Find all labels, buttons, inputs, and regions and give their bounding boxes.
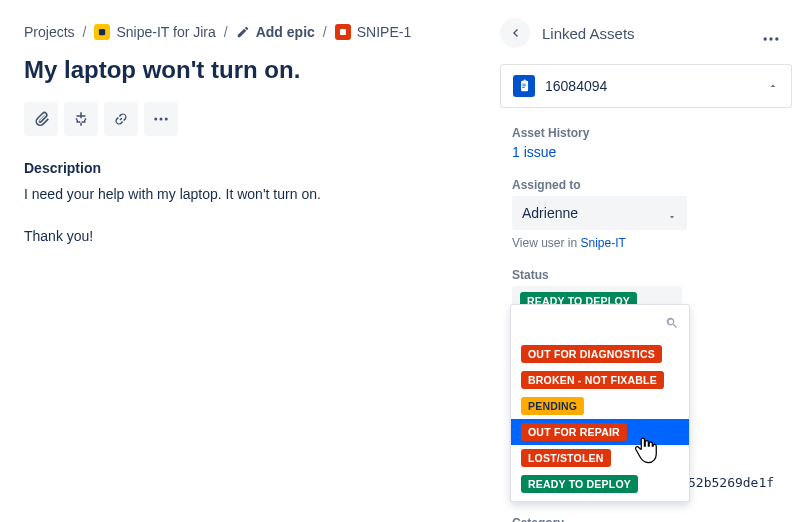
category-label: Category	[512, 516, 780, 522]
status-option[interactable]: LOST/STOLEN	[511, 445, 689, 471]
status-option-badge: BROKEN - NOT FIXABLE	[521, 371, 664, 389]
attachment-icon	[32, 110, 50, 128]
clipboard-icon	[513, 75, 535, 97]
breadcrumb: Projects / Snipe-IT for Jira / Add epic …	[24, 24, 476, 40]
issue-count-link[interactable]: 1 issue	[512, 144, 780, 160]
category-section: Category	[500, 516, 792, 522]
breadcrumb-issue-key[interactable]: SNIPE-1	[335, 24, 411, 40]
app-icon	[94, 24, 110, 40]
status-option[interactable]: READY TO DEPLOY	[511, 471, 689, 497]
svg-rect-0	[99, 29, 105, 35]
pencil-icon	[236, 25, 250, 39]
asset-header[interactable]: 16084094	[513, 75, 779, 97]
svg-point-4	[764, 37, 767, 40]
breadcrumb-app[interactable]: Snipe-IT for Jira	[94, 24, 215, 40]
asset-tag: 16084094	[545, 78, 607, 94]
status-option[interactable]: OUT FOR DIAGNOSTICS	[511, 341, 689, 367]
status-option-badge: LOST/STOLEN	[521, 449, 611, 467]
assigned-to-label: Assigned to	[512, 178, 780, 192]
breadcrumb-projects[interactable]: Projects	[24, 24, 75, 40]
status-option[interactable]: OUT FOR REPAIR	[511, 419, 689, 445]
status-option-badge: PENDING	[521, 397, 584, 415]
chevron-up-icon	[767, 79, 779, 95]
breadcrumb-sep: /	[224, 24, 228, 40]
status-option-badge: READY TO DEPLOY	[521, 475, 638, 493]
issue-title[interactable]: My laptop won't turn on.	[24, 56, 476, 84]
svg-point-2	[160, 118, 163, 121]
assignee-select[interactable]: Adrienne	[512, 196, 687, 230]
search-icon	[665, 316, 679, 330]
status-label: Status	[512, 268, 780, 282]
page-more-button[interactable]	[756, 24, 786, 54]
status-dropdown: OUT FOR DIAGNOSTICSBROKEN - NOT FIXABLEP…	[510, 304, 690, 502]
description-label: Description	[24, 160, 476, 176]
subtask-button[interactable]	[64, 102, 98, 136]
action-row	[24, 102, 476, 136]
breadcrumb-sep: /	[323, 24, 327, 40]
chevron-down-icon	[667, 209, 677, 225]
svg-point-6	[775, 37, 778, 40]
trailing-hash: 52b5269de1f	[688, 475, 774, 490]
status-option-badge: OUT FOR REPAIR	[521, 423, 627, 441]
breadcrumb-add-epic-label: Add epic	[256, 24, 315, 40]
description-body[interactable]: I need your help with my laptop. It won'…	[24, 184, 476, 247]
hierarchy-icon	[72, 110, 90, 128]
dropdown-search[interactable]	[511, 305, 689, 341]
status-option[interactable]: BROKEN - NOT FIXABLE	[511, 367, 689, 393]
ellipsis-icon	[152, 110, 170, 128]
breadcrumb-app-label: Snipe-IT for Jira	[116, 24, 215, 40]
breadcrumb-sep: /	[83, 24, 87, 40]
back-button[interactable]	[500, 18, 530, 48]
breadcrumb-issue-key-label: SNIPE-1	[357, 24, 411, 40]
linked-assets-label: Linked Assets	[542, 25, 635, 42]
attach-button[interactable]	[24, 102, 58, 136]
svg-point-5	[769, 37, 772, 40]
asset-card: 16084094	[500, 64, 792, 108]
asset-history-section: Asset History 1 issue	[500, 126, 792, 160]
issue-type-icon	[335, 24, 351, 40]
breadcrumb-add-epic[interactable]: Add epic	[236, 24, 315, 40]
link-button[interactable]	[104, 102, 138, 136]
linked-assets-header: Linked Assets	[500, 18, 792, 48]
more-actions-button[interactable]	[144, 102, 178, 136]
arrow-left-icon	[507, 25, 523, 41]
ellipsis-icon	[761, 29, 781, 49]
status-option-badge: OUT FOR DIAGNOSTICS	[521, 345, 662, 363]
asset-history-label: Asset History	[512, 126, 780, 140]
link-icon	[112, 110, 130, 128]
assigned-to-section: Assigned to Adrienne View user in Snipe-…	[500, 178, 792, 250]
assignee-value: Adrienne	[522, 205, 578, 221]
status-option[interactable]: PENDING	[511, 393, 689, 419]
svg-point-1	[154, 118, 157, 121]
snipeit-link[interactable]: Snipe-IT	[580, 236, 625, 250]
view-user-hint: View user in Snipe-IT	[512, 236, 780, 250]
svg-point-3	[165, 118, 168, 121]
